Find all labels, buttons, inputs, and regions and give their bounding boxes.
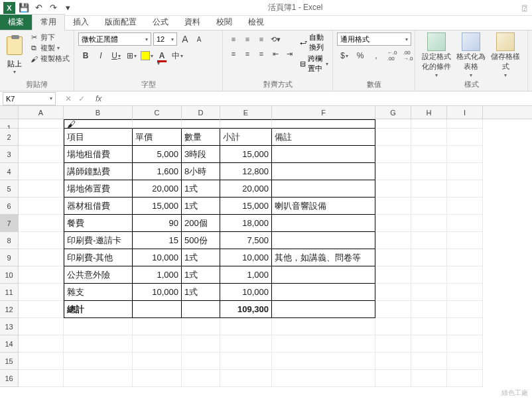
cell-I11[interactable]	[447, 284, 483, 301]
cell-H5[interactable]	[411, 180, 447, 198]
cell-I9[interactable]	[447, 249, 483, 266]
cell-E8[interactable]: 7,500	[220, 232, 272, 249]
cell-I14[interactable]	[447, 335, 483, 353]
cell-D15[interactable]	[182, 353, 220, 370]
col-header-A[interactable]: A	[19, 106, 64, 119]
orientation-button[interactable]: ⟲▾	[269, 32, 282, 46]
qat-more[interactable]: ▾	[61, 1, 74, 15]
cell-C11[interactable]: 10,000	[133, 284, 182, 301]
decrease-decimal-button[interactable]: .00→.0	[401, 48, 415, 63]
cell-A11[interactable]	[19, 284, 64, 301]
cell-G4[interactable]	[375, 163, 411, 180]
italic-button[interactable]: I	[94, 48, 108, 63]
cell-B8[interactable]: 印刷費-邀請卡	[64, 232, 133, 249]
font-name-select[interactable]: 微軟正黑體▾	[78, 32, 151, 46]
cell-F7[interactable]	[272, 215, 375, 232]
row-header-11[interactable]: 11	[0, 284, 19, 301]
cell-A6[interactable]	[19, 198, 64, 215]
tab-insert[interactable]: 插入	[65, 15, 97, 30]
cell-F9[interactable]: 其他，如講義、問卷等	[272, 249, 375, 266]
cell-I8[interactable]	[447, 232, 483, 249]
cell-H2[interactable]	[411, 129, 447, 146]
cell-C1[interactable]	[133, 119, 182, 129]
enter-button[interactable]: ✓	[78, 94, 85, 103]
col-header-E[interactable]: E	[220, 106, 272, 119]
tab-file[interactable]: 檔案	[0, 15, 32, 30]
cell-G8[interactable]	[375, 232, 411, 249]
cell-E10[interactable]: 1,000	[220, 266, 272, 284]
cell-E7[interactable]: 18,000	[220, 215, 272, 232]
cell-G3[interactable]	[375, 146, 411, 163]
cell-H12[interactable]	[411, 301, 447, 318]
cell-C4[interactable]: 1,600	[133, 163, 182, 180]
cancel-button[interactable]: ✕	[65, 94, 72, 103]
row-header-9[interactable]: 9	[0, 249, 19, 266]
number-format-select[interactable]: 通用格式▾	[337, 32, 411, 46]
wrap-text-button[interactable]: ⮐自動換列	[300, 32, 328, 52]
percent-button[interactable]: %	[353, 48, 367, 63]
col-header-G[interactable]: G	[375, 106, 411, 119]
cell-D1[interactable]	[182, 119, 220, 129]
cell-F12[interactable]	[272, 301, 375, 318]
cell-B14[interactable]	[64, 335, 133, 353]
tab-layout[interactable]: 版面配置	[97, 15, 145, 30]
cell-D13[interactable]	[182, 318, 220, 335]
cell-A4[interactable]	[19, 163, 64, 180]
cell-H4[interactable]	[411, 163, 447, 180]
cell-D10[interactable]: 1式	[182, 266, 220, 284]
cell-G14[interactable]	[375, 335, 411, 353]
cell-D7[interactable]: 200個	[182, 215, 220, 232]
copy-button[interactable]: ⧉複製▾	[29, 43, 70, 53]
phonetic-button[interactable]: 中	[170, 48, 184, 63]
cell-A7[interactable]	[19, 215, 64, 232]
conditional-formatting-button[interactable]: 設定格式化的條件▾	[419, 32, 454, 78]
cell-B13[interactable]	[64, 318, 133, 335]
cell-F11[interactable]	[272, 284, 375, 301]
undo-button[interactable]: ↶	[32, 1, 45, 15]
cell-B1[interactable]: 🖌	[64, 119, 133, 129]
cell-D6[interactable]: 1式	[182, 198, 220, 215]
cell-F10[interactable]	[272, 266, 375, 284]
cell-H9[interactable]	[411, 249, 447, 266]
cell-C3[interactable]: 5,000	[133, 146, 182, 163]
cell-F14[interactable]	[272, 335, 375, 353]
row-header-3[interactable]: 3	[0, 146, 19, 163]
cell-C15[interactable]	[133, 353, 182, 370]
cell-G2[interactable]	[375, 129, 411, 146]
cell-styles-button[interactable]: 儲存格樣式▾	[488, 32, 523, 78]
cut-button[interactable]: ✂剪下	[29, 32, 70, 42]
cell-C12[interactable]	[133, 301, 182, 318]
cell-C16[interactable]	[133, 370, 182, 387]
border-button[interactable]: ⊞	[124, 48, 139, 63]
cell-D12[interactable]	[182, 301, 220, 318]
indent-dec-button[interactable]: ⇤	[269, 47, 282, 60]
cell-I2[interactable]	[447, 129, 483, 146]
cell-D2[interactable]: 數量	[182, 129, 220, 146]
spreadsheet-grid[interactable]: ABCDEFGHI 1🖌2項目單價數量小計備註3場地租借費5,0003時段15,…	[0, 106, 532, 398]
row-header-2[interactable]: 2	[0, 129, 19, 146]
font-color-button[interactable]: A	[155, 48, 169, 63]
row-header-4[interactable]: 4	[0, 163, 19, 180]
cell-A10[interactable]	[19, 266, 64, 284]
row-header-6[interactable]: 6	[0, 198, 19, 215]
cell-E6[interactable]: 15,000	[220, 198, 272, 215]
cell-A12[interactable]	[19, 301, 64, 318]
formula-input[interactable]	[105, 92, 532, 105]
fill-color-button[interactable]	[139, 48, 154, 63]
cell-E14[interactable]	[220, 335, 272, 353]
row-header-5[interactable]: 5	[0, 180, 19, 198]
cell-E3[interactable]: 15,000	[220, 146, 272, 163]
align-right-button[interactable]: ≡	[255, 47, 268, 60]
cell-A8[interactable]	[19, 232, 64, 249]
select-all-corner[interactable]	[0, 106, 19, 119]
cell-F6[interactable]: 喇叭音響設備	[272, 198, 375, 215]
row-header-12[interactable]: 12	[0, 301, 19, 318]
col-header-C[interactable]: C	[133, 106, 182, 119]
cell-H11[interactable]	[411, 284, 447, 301]
grow-font-button[interactable]: A	[179, 33, 191, 45]
cell-A14[interactable]	[19, 335, 64, 353]
help-icon[interactable]: ⍰	[516, 3, 532, 13]
cell-B2[interactable]: 項目	[64, 129, 133, 146]
cell-G5[interactable]	[375, 180, 411, 198]
align-bottom-button[interactable]: ≡	[255, 32, 268, 46]
